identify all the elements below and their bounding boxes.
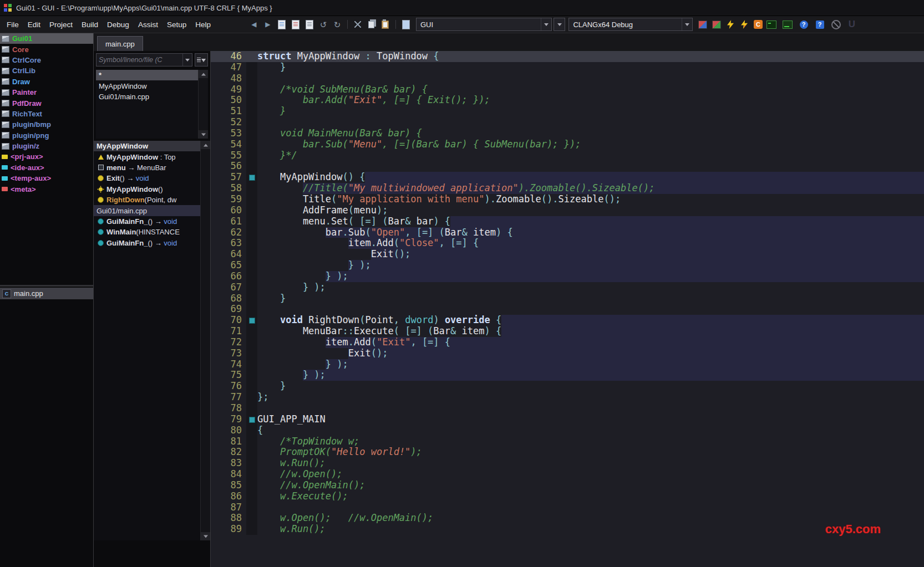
line-number[interactable]: 61 <box>211 216 246 227</box>
code-line-69[interactable]: 69 <box>211 304 924 315</box>
line-number[interactable]: 57 <box>211 172 246 183</box>
package-item-painter[interactable]: Painter <box>0 87 93 98</box>
line-number[interactable]: 74 <box>211 359 246 370</box>
line-number[interactable]: 71 <box>211 326 246 337</box>
code-line-49[interactable]: 49 /*void SubMenu(Bar& bar) { <box>211 84 924 95</box>
code-line-74[interactable]: 74 } ); <box>211 359 924 370</box>
build-method-dropdown-icon[interactable] <box>682 18 692 30</box>
code-line-86[interactable]: 86 w.Execute(); <box>211 491 924 502</box>
navigator-item[interactable]: menu → MenuBar <box>94 162 200 173</box>
line-number[interactable]: 88 <box>211 513 246 524</box>
line-number[interactable]: 48 <box>211 73 246 84</box>
line-number[interactable]: 83 <box>211 458 246 469</box>
line-number[interactable]: 87 <box>211 502 246 513</box>
scroll-up-button[interactable] <box>199 70 208 78</box>
scroll-up-button[interactable] <box>201 141 210 149</box>
code-line-59[interactable]: 59 Title("My application with menu").Zoo… <box>211 194 924 205</box>
package-item-gui01[interactable]: Gui01 <box>0 33 93 44</box>
menu-build[interactable]: Build <box>77 18 103 31</box>
code-line-88[interactable]: 88 w.Open(); //w.OpenMain(); <box>211 513 924 524</box>
line-number[interactable]: 65 <box>211 260 246 271</box>
menu-edit[interactable]: Edit <box>23 18 45 31</box>
code-line-58[interactable]: 58 //Title("My multiwindowed application… <box>211 183 924 194</box>
code-line-73[interactable]: 73 Exit(); <box>211 348 924 359</box>
code-line-61[interactable]: 61 menu.Set( [=] (Bar& bar) { <box>211 216 924 227</box>
line-number[interactable]: 76 <box>211 381 246 392</box>
menu-debug[interactable]: Debug <box>103 18 134 31</box>
line-number[interactable]: 46 <box>211 51 246 62</box>
main-config-dropdown-icon[interactable] <box>541 18 551 30</box>
code-line-76[interactable]: 76 } <box>211 381 924 392</box>
code-line-87[interactable]: 87 <box>211 502 924 513</box>
package-item-plugin-bmp[interactable]: plugin/bmp <box>0 119 93 130</box>
copy-icon[interactable] <box>365 18 378 30</box>
undo-icon[interactable]: ↺ <box>317 18 330 30</box>
upp-ghost-icon[interactable]: U <box>845 18 859 30</box>
code-line-70[interactable]: 70 void RightDown(Point, dword) override… <box>211 315 924 326</box>
line-number[interactable]: 79 <box>211 414 246 425</box>
match-item[interactable]: * <box>96 70 198 80</box>
scroll-track[interactable] <box>199 78 208 130</box>
console-alt-icon[interactable] <box>781 18 794 30</box>
nav-forward-icon[interactable]: ▶ <box>261 18 275 30</box>
navigator-item[interactable]: GuiMainFn_() → void <box>94 238 200 248</box>
paste-icon[interactable] <box>379 18 392 30</box>
line-number[interactable]: 67 <box>211 282 246 293</box>
line-number[interactable]: 82 <box>211 447 246 458</box>
navigator-item[interactable]: GuiMainFn_() → void <box>94 216 200 227</box>
line-number[interactable]: 60 <box>211 205 246 216</box>
line-number[interactable]: 73 <box>211 348 246 359</box>
line-number[interactable]: 84 <box>211 469 246 480</box>
line-number[interactable]: 51 <box>211 106 246 117</box>
code-editor[interactable]: 46struct MyAppWindow : TopWindow {47 }48… <box>211 51 924 567</box>
sort-lines-icon[interactable] <box>195 53 208 67</box>
line-number[interactable]: 68 <box>211 293 246 304</box>
line-number[interactable]: 66 <box>211 271 246 282</box>
code-line-55[interactable]: 55 }*/ <box>211 150 924 161</box>
line-number[interactable]: 62 <box>211 227 246 238</box>
code-line-60[interactable]: 60 AddFrame(menu); <box>211 205 924 216</box>
navigator-item[interactable]: Exit() → void <box>94 173 200 183</box>
config-menu-button[interactable] <box>554 18 565 31</box>
line-number[interactable]: 55 <box>211 150 246 161</box>
code-line-83[interactable]: 83 w.Run(); <box>211 458 924 469</box>
line-number[interactable]: 85 <box>211 480 246 491</box>
code-line-89[interactable]: 89 w.Run(); <box>211 524 924 535</box>
code-line-80[interactable]: 80{ <box>211 425 924 436</box>
line-number[interactable]: 64 <box>211 249 246 260</box>
navigator-scope-row[interactable]: MyAppWindow <box>94 141 200 151</box>
line-number[interactable]: 58 <box>211 183 246 194</box>
file-item-main-cpp[interactable]: main.cpp <box>0 288 93 299</box>
package-item-plugin-z[interactable]: plugin/z <box>0 141 93 151</box>
code-line-56[interactable]: 56 <box>211 161 924 172</box>
code-line-63[interactable]: 63 item.Add("Close", [=] { <box>211 238 924 249</box>
code-line-64[interactable]: 64 Exit(); <box>211 249 924 260</box>
line-number[interactable]: 49 <box>211 84 246 95</box>
line-number[interactable]: 56 <box>211 161 246 172</box>
line-number[interactable]: 59 <box>211 194 246 205</box>
navigator-file-row[interactable]: Gui01/main.cpp <box>94 205 200 216</box>
navigator-item[interactable]: WinMain(HINSTANCE <box>94 227 200 237</box>
line-number[interactable]: 89 <box>211 524 246 535</box>
match-item-gui01-main-cpp[interactable]: Gui01/main.cpp <box>96 91 198 102</box>
navigator-item[interactable]: MyAppWindow() <box>94 184 200 195</box>
package-item-ide-aux[interactable]: <ide-aux> <box>0 162 93 173</box>
menu-project[interactable]: Project <box>45 18 77 31</box>
line-number[interactable]: 77 <box>211 392 246 403</box>
package-item-prj-aux[interactable]: <prj-aux> <box>0 151 93 162</box>
code-line-82[interactable]: 82 PromptOK("Hello world!"); <box>211 447 924 458</box>
matches-scrollbar[interactable] <box>198 70 208 139</box>
line-number[interactable]: 72 <box>211 337 246 348</box>
code-line-52[interactable]: 52 <box>211 117 924 128</box>
line-number[interactable]: 47 <box>211 62 246 73</box>
topic-help-icon[interactable] <box>813 18 826 30</box>
run-icon[interactable] <box>724 18 737 30</box>
code-line-48[interactable]: 48 <box>211 73 924 84</box>
tab-main-cpp[interactable]: main.cpp <box>97 36 143 51</box>
file-binary-icon[interactable] <box>289 18 302 30</box>
code-line-54[interactable]: 54 bar.Sub("Menu", [=](Bar& bar) { SubMe… <box>211 139 924 150</box>
code-line-53[interactable]: 53 void MainMenu(Bar& bar) { <box>211 128 924 139</box>
idle-status-icon[interactable] <box>829 18 842 30</box>
code-line-75[interactable]: 75 } ); <box>211 370 924 381</box>
menu-assist[interactable]: Assist <box>134 18 163 31</box>
